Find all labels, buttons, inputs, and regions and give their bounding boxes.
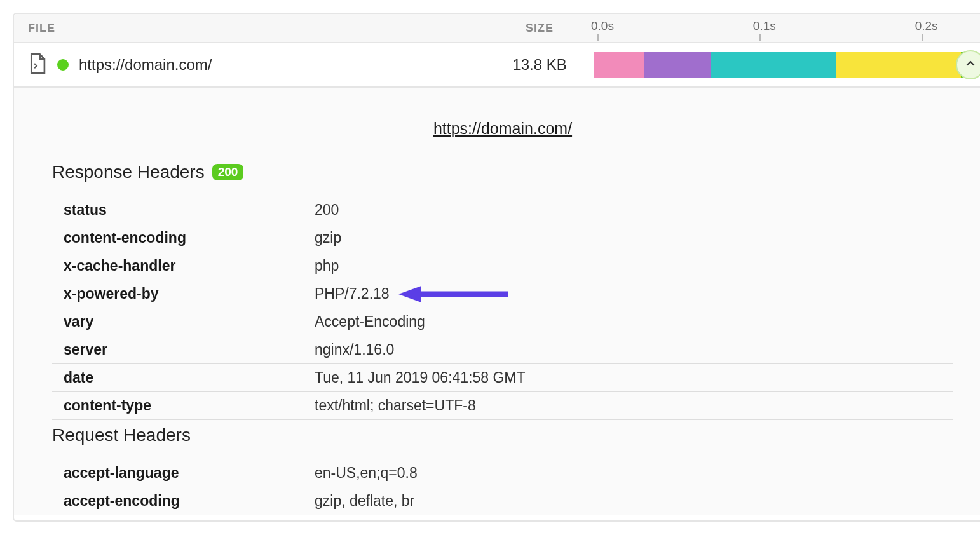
col-header-timeline: 0.0s0.1s0.2s (594, 20, 977, 36)
header-key: vary (52, 308, 303, 336)
request-headers-title: Request Headers (52, 425, 953, 445)
request-size: 13.8 KB (486, 56, 594, 74)
table-row: content-typetext/html; charset=UTF-8 (52, 392, 953, 420)
request-row[interactable]: https://domain.com/ 13.8 KB (14, 43, 980, 88)
table-row: accept-languageen-US,en;q=0.8 (52, 459, 953, 487)
table-row: status200 (52, 196, 953, 224)
header-value: gzip, deflate, br (303, 487, 953, 515)
header-value: Accept-Encoding (303, 308, 953, 336)
network-panel: FILE SIZE 0.0s0.1s0.2s https://domain.co… (13, 13, 980, 522)
chevron-up-icon (965, 58, 976, 72)
table-row: x-powered-byPHP/7.2.18 (52, 280, 953, 308)
header-key: x-cache-handler (52, 252, 303, 280)
timeline-segment (644, 52, 711, 78)
header-value: en-US,en;q=0.8 (303, 459, 953, 487)
header-value: PHP/7.2.18 (303, 280, 953, 308)
request-url: https://domain.com/ (79, 56, 212, 74)
timeline-segment (836, 52, 961, 78)
request-headers-table: accept-languageen-US,en;q=0.8accept-enco… (52, 459, 953, 515)
document-icon (28, 53, 47, 77)
header-key: content-encoding (52, 224, 303, 252)
header-key: status (52, 196, 303, 224)
header-key: accept-language (52, 459, 303, 487)
header-value: 200 (303, 196, 953, 224)
table-row: x-cache-handlerphp (52, 252, 953, 280)
table-header: FILE SIZE 0.0s0.1s0.2s (14, 14, 980, 43)
table-row: content-encodinggzip (52, 224, 953, 252)
header-key: date (52, 364, 303, 392)
header-key: accept-encoding (52, 487, 303, 515)
timeline-bar (594, 52, 977, 78)
collapse-button[interactable] (956, 50, 980, 79)
details-url[interactable]: https://domain.com/ (52, 119, 953, 138)
table-row: varyAccept-Encoding (52, 308, 953, 336)
header-value: text/html; charset=UTF-8 (303, 392, 953, 420)
annotation-arrow-icon (398, 285, 510, 304)
table-row: dateTue, 11 Jun 2019 06:41:58 GMT (52, 364, 953, 392)
header-value: Tue, 11 Jun 2019 06:41:58 GMT (303, 364, 953, 392)
status-badge: 200 (212, 164, 244, 181)
status-dot-icon (57, 59, 69, 71)
header-value: nginx/1.16.0 (303, 336, 953, 364)
table-row: accept-encodinggzip, deflate, br (52, 487, 953, 515)
timeline-tick: 0.0s (591, 19, 614, 33)
header-value: gzip (303, 224, 953, 252)
file-cell: https://domain.com/ (28, 53, 486, 77)
timeline-segment (711, 52, 836, 78)
header-key: content-type (52, 392, 303, 420)
table-row: servernginx/1.16.0 (52, 336, 953, 364)
timeline-segment (594, 52, 644, 78)
timeline-tick: 0.1s (753, 19, 776, 33)
col-header-file: FILE (28, 22, 486, 35)
header-key: server (52, 336, 303, 364)
timeline-tick: 0.2s (915, 19, 938, 33)
col-header-size: SIZE (486, 22, 594, 35)
svg-marker-1 (398, 286, 421, 302)
response-headers-title: Response Headers 200 (52, 162, 953, 182)
header-key: x-powered-by (52, 280, 303, 308)
response-headers-table: status200content-encodinggzipx-cache-han… (52, 196, 953, 420)
details-panel: https://domain.com/ Response Headers 200… (14, 88, 980, 515)
header-value: php (303, 252, 953, 280)
